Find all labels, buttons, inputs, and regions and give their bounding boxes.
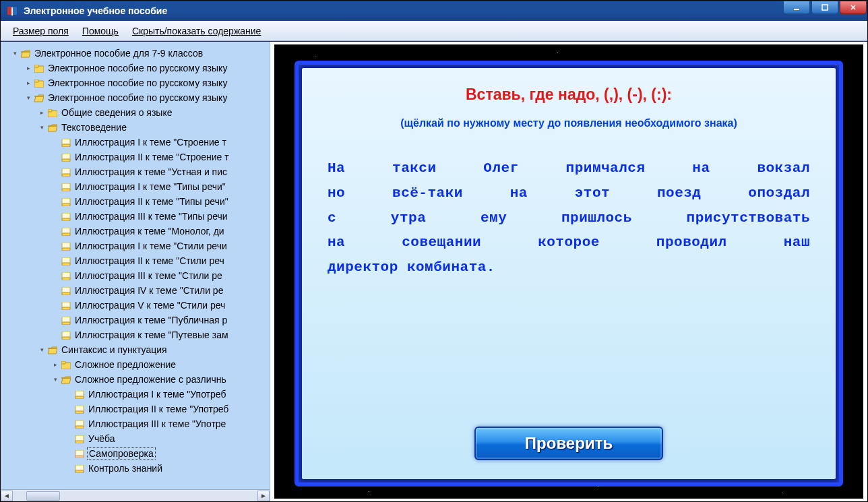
tree-item-complex-1[interactable]: Иллюстрация II к теме "Употреб — [1, 402, 270, 416]
tree-toggle-icon[interactable]: ▾ — [11, 50, 18, 57]
tree-item-text-0[interactable]: Иллюстрация I к теме "Строение т — [1, 135, 270, 150]
check-button[interactable]: Проверить — [474, 427, 663, 460]
svg-rect-43 — [62, 337, 70, 340]
tree-toggle-icon[interactable]: ▾ — [25, 94, 32, 101]
page-icon — [75, 390, 84, 398]
svg-rect-33 — [62, 263, 70, 265]
svg-rect-21 — [62, 174, 70, 177]
tree-label: Сложное предложение с различнь — [73, 374, 228, 385]
page-icon — [61, 272, 71, 280]
tree-label: Самопроверка — [87, 447, 156, 460]
exercise-frame: Вставь, где надо, (,), (-), (:): (щёлкай… — [294, 61, 843, 487]
tree-toggle-icon[interactable]: ▸ — [25, 80, 32, 86]
tree-toggle-icon[interactable]: ▸ — [52, 361, 59, 368]
task-line[interactable]: На такси Олег примчался на вокзал — [328, 156, 810, 181]
tree-item-complex-3[interactable]: Учёба — [1, 431, 270, 446]
task-line[interactable]: но всё-таки на этот поезд опоздал — [328, 181, 810, 206]
tree-item-text-1[interactable]: Иллюстрация II к теме "Строение т — [1, 150, 270, 164]
tree-label: Иллюстрация к теме "Монолог, ди — [73, 226, 226, 237]
svg-rect-27 — [62, 218, 70, 221]
starfield-background: Вставь, где надо, (,), (-), (:): (щёлкай… — [274, 44, 863, 499]
tree-item-text-11[interactable]: Иллюстрация V к теме "Стили реч — [1, 298, 270, 313]
svg-marker-47 — [61, 377, 71, 383]
tree-item-text-9[interactable]: Иллюстрация III к теме "Стили ре — [1, 268, 270, 283]
tree-label: Синтаксис и пунктуация — [60, 344, 168, 355]
svg-rect-4 — [822, 5, 828, 10]
tree-item-text-10[interactable]: Иллюстрация IV к теме "Стили ре — [1, 283, 270, 298]
tree-label: Электронное пособие по русскому языку — [46, 63, 228, 73]
scroll-left-button[interactable]: ◄ — [1, 491, 13, 501]
tree-label: Иллюстрация II к теме "Типы речи" — [73, 196, 230, 207]
svg-marker-12 — [34, 95, 44, 102]
minimize-button[interactable] — [783, 1, 810, 14]
scrollbar-track[interactable] — [13, 491, 257, 501]
tree-item-text-2[interactable]: Иллюстрация к теме "Устная и пис — [1, 164, 270, 179]
tree-item-complex-0[interactable]: Иллюстрация I к теме "Употреб — [1, 387, 270, 402]
tree-item-text-3[interactable]: Иллюстрация I к теме "Типы речи" — [1, 179, 270, 194]
tree-label: Иллюстрация III к теме "Стили ре — [73, 270, 224, 281]
tree-item-text-8[interactable]: Иллюстрация II к теме "Стили реч — [1, 253, 270, 268]
exercise-panel: Вставь, где надо, (,), (-), (:): (щёлкай… — [302, 68, 836, 479]
tree-item-text-13[interactable]: Иллюстрация к теме "Путевые зам — [1, 327, 270, 342]
tree-item-root[interactable]: ▾Электронное пособие для 7-9 классов — [1, 46, 270, 61]
horizontal-scrollbar[interactable]: ◄ ► — [1, 489, 270, 501]
tree-toggle-icon[interactable]: ▾ — [38, 124, 45, 131]
tree-toggle-icon — [52, 332, 59, 338]
tree-item-complex-4[interactable]: Самопроверка — [1, 446, 270, 461]
tree-item-complex-5[interactable]: Контроль знаний — [1, 461, 270, 476]
svg-rect-51 — [75, 411, 84, 414]
menu-help[interactable]: Помощь — [75, 23, 125, 39]
menu-field-size[interactable]: Размер поля — [6, 23, 75, 39]
tree-toggle-icon — [52, 139, 59, 146]
tree-label: Электронное пособие по русскому языку — [46, 92, 228, 103]
tree-item-text-12[interactable]: Иллюстрация к теме "Публичная р — [1, 313, 270, 327]
tree-view[interactable]: ▾Электронное пособие для 7-9 классов▸Эле… — [1, 42, 270, 489]
tree-toggle-icon[interactable]: ▸ — [25, 65, 32, 71]
tree-toggle-icon — [65, 465, 72, 472]
task-line[interactable]: директор комбината. — [328, 255, 810, 280]
tree-item-text-7[interactable]: Иллюстрация I к теме "Стили речи — [1, 239, 270, 253]
svg-rect-25 — [62, 203, 70, 206]
tree-item-text-5[interactable]: Иллюстрация III к теме "Типы речи — [1, 209, 270, 224]
sidebar: ▾Электронное пособие для 7-9 классов▸Эле… — [1, 42, 270, 501]
tree-toggle-icon[interactable]: ▾ — [38, 346, 45, 353]
tree-toggle-icon[interactable]: ▾ — [52, 376, 59, 383]
tree-item-complex-various[interactable]: ▾Сложное предложение с различнь — [1, 372, 270, 387]
tree-item-textology[interactable]: ▾Текстоведение — [1, 120, 270, 135]
close-button[interactable] — [840, 1, 867, 14]
scrollbar-thumb[interactable] — [26, 491, 60, 501]
menu-toggle-contents[interactable]: Скрыть/показать содержание — [125, 23, 268, 39]
tree-item-syntax[interactable]: ▾Синтаксис и пунктуация — [1, 342, 270, 357]
tree-toggle-icon — [52, 168, 59, 175]
tree-toggle-icon — [65, 391, 72, 398]
tree-label: Текстоведение — [60, 122, 128, 133]
tree-label: Учёба — [87, 433, 116, 444]
page-icon — [61, 286, 71, 294]
task-line[interactable]: на совещании которое проводил наш — [328, 230, 810, 255]
task-line[interactable]: с утра ему пришлось присутствовать — [328, 206, 810, 231]
svg-rect-39 — [62, 307, 70, 310]
tree-item-rus-b[interactable]: ▸Электронное пособие по русскому языку — [1, 75, 270, 90]
maximize-button[interactable] — [811, 1, 838, 14]
task-body[interactable]: На такси Олег примчался на вокзално всё-… — [323, 129, 814, 427]
svg-rect-17 — [62, 144, 70, 147]
tree-item-rus-a[interactable]: ▸Электронное пособие по русскому языку — [1, 61, 270, 75]
tree-item-text-6[interactable]: Иллюстрация к теме "Монолог, ди — [1, 224, 270, 239]
tree-toggle-icon[interactable]: ▸ — [38, 109, 45, 116]
scroll-right-button[interactable]: ► — [257, 491, 270, 501]
page-icon — [61, 301, 71, 309]
svg-rect-2 — [11, 7, 13, 15]
tree-toggle-icon — [65, 406, 72, 412]
svg-rect-46 — [61, 361, 65, 364]
tree-item-complex-2[interactable]: Иллюстрация III к теме "Употре — [1, 416, 270, 431]
tree-item-complex-sentence[interactable]: ▸Сложное предложение — [1, 357, 270, 372]
folder-icon — [34, 94, 44, 102]
tree-label: Иллюстрация к теме "Устная и пис — [73, 166, 228, 177]
svg-rect-9 — [34, 65, 38, 67]
tree-item-rus-c[interactable]: ▾Электронное пособие по русскому языку — [1, 90, 270, 105]
tree-item-general-info[interactable]: ▸Общие сведения о языке — [1, 105, 270, 120]
tree-label: Иллюстрация III к теме "Употре — [87, 418, 227, 429]
tree-label: Иллюстрация I к теме "Строение т — [73, 137, 228, 148]
tree-item-text-4[interactable]: Иллюстрация II к теме "Типы речи" — [1, 194, 270, 209]
svg-rect-53 — [75, 426, 84, 429]
